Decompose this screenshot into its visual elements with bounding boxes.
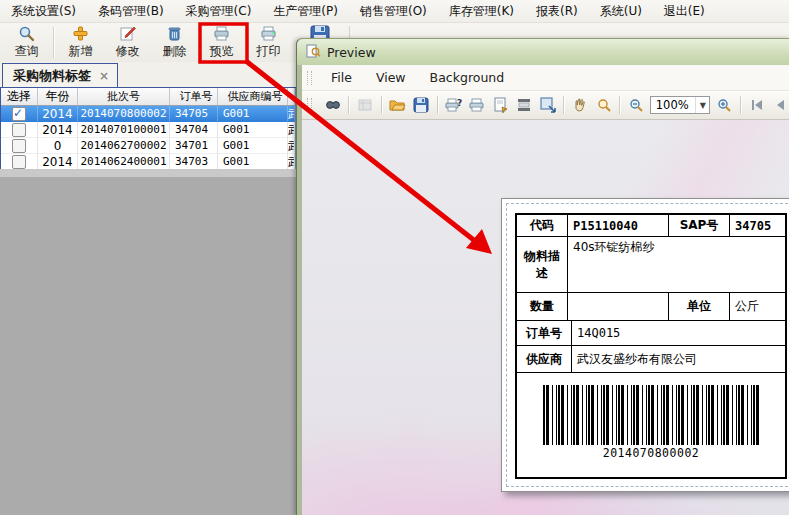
doc-unit-value: 公斤 xyxy=(730,293,785,320)
header-supplier-name[interactable] xyxy=(288,88,295,105)
cell-supplier-code: G001 xyxy=(218,138,288,154)
toolbar-separator xyxy=(381,96,382,114)
zoom-in-icon[interactable] xyxy=(714,95,734,115)
header-batch[interactable]: 批次号 xyxy=(78,88,170,105)
design-icon[interactable] xyxy=(355,95,375,115)
zoom-out-icon[interactable] xyxy=(626,95,646,115)
doc-code-label: 代码 xyxy=(517,215,568,236)
table-row[interactable]: 2014 2014070800002 34705 G001 武汉 xyxy=(1,106,295,122)
toolbar-separator xyxy=(53,27,54,58)
menu-item-view[interactable]: View xyxy=(364,65,418,90)
previous-page-icon[interactable] xyxy=(770,95,789,115)
menu-item-barcode-mgmt[interactable]: 条码管理(B) xyxy=(87,0,175,22)
query-button-label: 查询 xyxy=(15,43,39,60)
plus-icon xyxy=(72,25,89,42)
table-row[interactable]: 2014 2014070100001 34704 G001 武汉 xyxy=(1,122,295,138)
cell-order: 34701 xyxy=(170,138,218,154)
query-button[interactable]: 查询 xyxy=(3,23,50,62)
cell-year: 2014 xyxy=(38,106,78,122)
add-button[interactable]: 新增 xyxy=(57,23,104,62)
toolbar-grip-handle[interactable] xyxy=(307,98,312,112)
doc-supplier-label: 供应商 xyxy=(517,346,572,372)
doc-sap-value: 34705 xyxy=(730,215,785,236)
print-icon[interactable] xyxy=(467,95,487,115)
menu-item-production-mgmt[interactable]: 生产管理(P) xyxy=(262,0,349,22)
header-select[interactable]: 选择 xyxy=(1,88,38,105)
cell-order: 34703 xyxy=(170,154,218,170)
doc-qty-label: 数量 xyxy=(517,293,568,320)
header-supplier-code[interactable]: 供应商编号 xyxy=(218,88,288,105)
menu-item-file[interactable]: File xyxy=(319,65,364,90)
chevron-down-icon: ▼ xyxy=(695,97,709,113)
doc-desc-label: 物料描述 xyxy=(517,237,568,292)
open-folder-icon[interactable] xyxy=(388,95,408,115)
tab-purchase-material-label[interactable]: 采购物料标签 × xyxy=(2,63,118,87)
save-icon[interactable] xyxy=(411,95,431,115)
table-footer-strip xyxy=(0,169,296,177)
print-dialog-icon[interactable]: ? xyxy=(444,95,464,115)
zoom-mode-icon[interactable] xyxy=(594,95,614,115)
cell-supplier-code: G001 xyxy=(218,154,288,170)
tab-close-icon[interactable]: × xyxy=(99,69,109,83)
toolbar-separator xyxy=(740,96,741,114)
toolbar-separator xyxy=(348,96,349,114)
barcode-image xyxy=(543,385,759,445)
menu-item-background[interactable]: Background xyxy=(418,65,517,90)
edit-icon xyxy=(119,25,136,42)
cell-batch: 2014062400001 xyxy=(78,154,170,170)
label-page: 代码 P15110040 SAP号 34705 物料描述 40s环锭纺棉纱 数量… xyxy=(501,198,789,492)
preview-canvas[interactable]: 代码 P15110040 SAP号 34705 物料描述 40s环锭纺棉纱 数量… xyxy=(302,120,789,515)
cell-batch: 2014062700002 xyxy=(78,138,170,154)
row-checkbox[interactable] xyxy=(12,155,26,169)
table-row[interactable]: 2014 2014062400001 34703 G001 武汉 xyxy=(1,154,295,170)
menu-item-inventory-mgmt[interactable]: 库存管理(K) xyxy=(438,0,525,22)
page-setup-icon[interactable] xyxy=(491,95,511,115)
add-button-label: 新增 xyxy=(69,43,93,60)
label-document-table: 代码 P15110040 SAP号 34705 物料描述 40s环锭纺棉纱 数量… xyxy=(515,213,787,479)
cell-supplier-name: 武汉 xyxy=(288,138,295,154)
first-page-icon[interactable] xyxy=(747,95,767,115)
menu-item-sales-mgmt[interactable]: 销售管理(O) xyxy=(349,0,438,22)
menu-item-reports[interactable]: 报表(R) xyxy=(525,0,589,22)
header-year[interactable]: 年份 xyxy=(38,88,78,105)
preview-title-bar[interactable]: Preview xyxy=(297,39,789,65)
toolbar-separator xyxy=(563,96,564,114)
preview-button[interactable]: 预览 xyxy=(198,23,245,62)
menu-item-system[interactable]: 系统(U) xyxy=(589,0,653,22)
doc-code-value: P15110040 xyxy=(568,215,669,236)
find-icon[interactable] xyxy=(323,95,343,115)
cell-supplier-name: 武汉 xyxy=(288,106,295,122)
barcode-text: 2014070800002 xyxy=(517,446,785,460)
menu-item-system-settings[interactable]: 系统设置(S) xyxy=(0,0,87,22)
print-button[interactable]: 打印 xyxy=(245,23,292,62)
doc-desc-value: 40s环锭纺棉纱 xyxy=(568,237,785,292)
header-order[interactable]: 订单号 xyxy=(170,88,218,105)
edit-button[interactable]: 修改 xyxy=(104,23,151,62)
doc-qty-value xyxy=(568,293,669,320)
delete-button[interactable]: 删除 xyxy=(151,23,198,62)
svg-text:?: ? xyxy=(457,98,462,108)
scale-icon[interactable] xyxy=(538,95,558,115)
table-row[interactable]: 0 2014062700002 34701 G001 武汉 xyxy=(1,138,295,154)
cell-batch: 2014070100001 xyxy=(78,122,170,138)
preview-window: Preview File View Background ? xyxy=(296,38,789,515)
row-checkbox[interactable] xyxy=(12,107,26,121)
cell-supplier-code: G001 xyxy=(218,106,288,122)
pan-hand-icon[interactable] xyxy=(570,95,590,115)
menu-item-exit[interactable]: 退出(E) xyxy=(653,0,716,22)
trash-icon xyxy=(166,25,183,42)
preview-button-label: 预览 xyxy=(210,43,234,60)
edit-button-label: 修改 xyxy=(116,43,140,60)
menu-grip-handle[interactable] xyxy=(307,71,312,85)
row-checkbox[interactable] xyxy=(12,139,26,153)
cell-batch: 2014070800002 xyxy=(78,106,170,122)
toolbar-separator xyxy=(619,96,620,114)
zoom-level-select[interactable]: 100% ▼ xyxy=(650,96,711,114)
row-checkbox[interactable] xyxy=(12,123,26,137)
main-menu-bar: 系统设置(S) 条码管理(B) 采购管理(C) 生产管理(P) 销售管理(O) … xyxy=(0,0,789,23)
print-button-label: 打印 xyxy=(257,43,281,60)
cell-year: 0 xyxy=(38,138,78,154)
menu-item-purchase-mgmt[interactable]: 采购管理(C) xyxy=(175,0,263,22)
header-footer-icon[interactable] xyxy=(514,95,534,115)
printer-icon xyxy=(260,25,277,42)
